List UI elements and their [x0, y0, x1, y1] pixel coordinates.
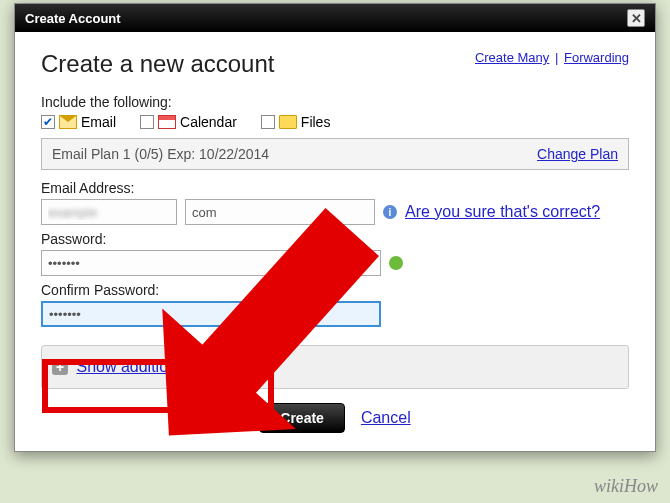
password-label: Password:: [41, 231, 629, 247]
create-many-link[interactable]: Create Many: [475, 50, 549, 65]
email-hint-link[interactable]: Are you sure that's correct?: [405, 203, 600, 221]
plus-icon[interactable]: +: [52, 359, 68, 375]
email-label: Email Address:: [41, 180, 629, 196]
header-links: Create Many | Forwarding: [475, 50, 629, 65]
show-additional-options-link[interactable]: Show additional options: [76, 358, 245, 375]
create-button[interactable]: Create: [259, 403, 345, 433]
plan-box: Email Plan 1 (0/5) Exp: 10/22/2014 Chang…: [41, 138, 629, 170]
email-option-label: Email: [81, 114, 116, 130]
link-separator: |: [555, 50, 558, 65]
plan-text: Email Plan 1 (0/5) Exp: 10/22/2014: [52, 146, 269, 162]
files-checkbox[interactable]: [261, 115, 275, 129]
calendar-icon: [158, 115, 176, 129]
confirm-password-label: Confirm Password:: [41, 282, 629, 298]
password-input[interactable]: [41, 250, 381, 276]
mail-icon: [59, 115, 77, 129]
page-title: Create a new account: [41, 50, 274, 78]
email-domain-input[interactable]: [185, 199, 375, 225]
forwarding-link[interactable]: Forwarding: [564, 50, 629, 65]
cancel-link[interactable]: Cancel: [361, 409, 411, 427]
close-icon[interactable]: ✕: [627, 9, 645, 27]
confirm-password-input[interactable]: [41, 301, 381, 327]
folder-icon: [279, 115, 297, 129]
calendar-option-label: Calendar: [180, 114, 237, 130]
watermark: wikiHow: [594, 476, 658, 497]
additional-options-box: + Show additional options: [41, 345, 629, 389]
include-options: ✔ Email Calendar Files: [41, 114, 629, 130]
change-plan-link[interactable]: Change Plan: [537, 146, 618, 162]
email-checkbox[interactable]: ✔: [41, 115, 55, 129]
calendar-checkbox[interactable]: [140, 115, 154, 129]
dialog-title: Create Account: [25, 11, 121, 26]
dialog-content: Create a new account Create Many | Forwa…: [15, 32, 655, 451]
files-option-label: Files: [301, 114, 331, 130]
email-user-input[interactable]: [41, 199, 177, 225]
create-account-dialog: Create Account ✕ Create a new account Cr…: [14, 3, 656, 452]
dialog-footer: Create Cancel: [41, 389, 629, 441]
info-icon: i: [383, 205, 397, 219]
titlebar: Create Account ✕: [15, 4, 655, 32]
check-ok-icon: [389, 256, 403, 270]
include-label: Include the following:: [41, 94, 629, 110]
